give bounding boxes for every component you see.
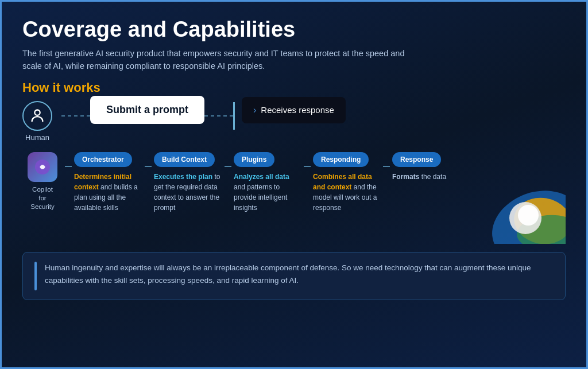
response-text: Formats the data: [392, 172, 446, 182]
how-it-works-label: How it works: [22, 80, 566, 95]
responding-highlight: Combines all data and context: [313, 173, 372, 191]
dotted-connector-2: [204, 115, 233, 116]
receives-response-box: › Receives response: [242, 97, 346, 123]
plugins-badge: Plugins: [234, 152, 274, 167]
arrow-icon: ›: [253, 105, 256, 115]
orchestrator-text: Determines initial context and builds a …: [74, 172, 142, 213]
plugins-text: Analyzes all data and patterns to provid…: [234, 172, 301, 213]
svg-point-7: [518, 205, 539, 226]
pipeline-connector-3: [304, 166, 311, 167]
human-node: Human: [22, 101, 52, 142]
pipeline-item-orchestrator: Orchestrator Determines initial context …: [74, 152, 142, 213]
pipeline-connector-4: [383, 166, 390, 167]
pipeline-item-plugins: Plugins Analyzes all data and patterns t…: [234, 152, 301, 213]
responding-text: Combines all data and context and the mo…: [313, 172, 381, 213]
pipeline-connector-0: [65, 166, 72, 167]
banner-text: Human ingenuity and expertise will alway…: [45, 262, 554, 286]
how-it-works-section: How it works Human Submit a prompt: [22, 80, 566, 244]
svg-point-0: [34, 110, 40, 115]
build-context-text: Executes the plan to get the required da…: [154, 172, 222, 213]
pipeline-connector-1: [145, 166, 152, 167]
submit-prompt-box: Submit a prompt: [90, 96, 204, 124]
title-section: Coverage and Capabilities The first gene…: [22, 18, 566, 72]
response-formats: Formats: [392, 173, 419, 181]
decorative-graphic: [462, 152, 566, 244]
svg-point-2: [40, 165, 45, 169]
responding-badge: Responding: [313, 152, 369, 167]
plugins-highlight: Analyzes all data: [234, 173, 289, 181]
flow-bottom: Copilot for Security Orchestrator Determ…: [22, 152, 566, 244]
human-label: Human: [25, 133, 49, 142]
human-icon: [22, 101, 52, 131]
page-title: Coverage and Capabilities: [22, 18, 566, 42]
copilot-icon: [28, 152, 57, 182]
subtitle-text: The first generative AI security product…: [22, 48, 413, 73]
build-context-badge: Build Context: [154, 152, 215, 167]
bottom-banner: Human ingenuity and expertise will alway…: [22, 252, 566, 300]
pipeline-connector-2: [225, 166, 231, 167]
dotted-connector-1: [61, 115, 90, 116]
copilot-label: Copilot for Security: [30, 185, 55, 211]
copilot-node: Copilot for Security: [22, 152, 63, 211]
orchestrator-highlight: Determines initial context: [74, 173, 131, 191]
receives-response-label: Receives response: [261, 105, 334, 115]
build-context-highlight: Executes the plan: [154, 173, 212, 181]
vertical-divider: [233, 102, 235, 130]
response-badge: Response: [392, 152, 441, 167]
main-container: Coverage and Capabilities The first gene…: [2, 2, 586, 367]
pipeline-item-build-context: Build Context Executes the plan to get t…: [154, 152, 222, 213]
pipeline-item-responding: Responding Combines all data and context…: [313, 152, 381, 213]
orchestrator-badge: Orchestrator: [74, 152, 132, 167]
banner-line: [34, 262, 37, 290]
pipeline-item-response: Response Formats the data: [392, 152, 460, 182]
